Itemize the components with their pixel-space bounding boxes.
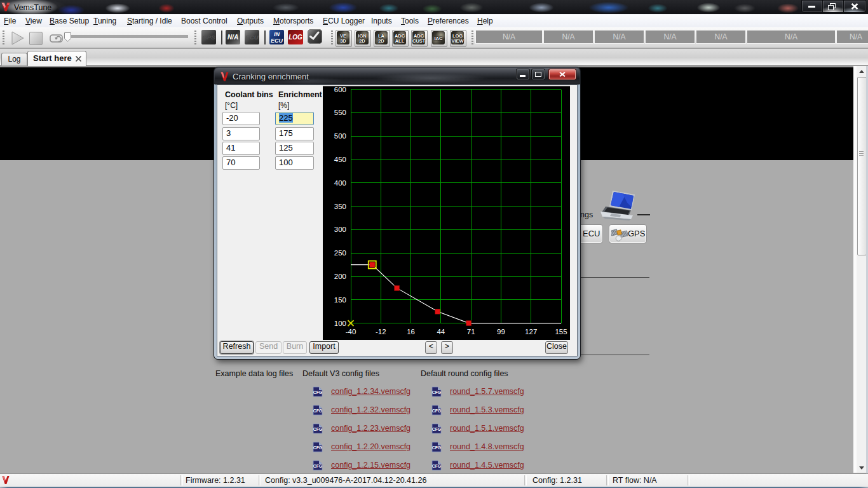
svg-text:600: 600 <box>334 86 346 93</box>
svg-text:127: 127 <box>525 328 537 336</box>
svg-text:44: 44 <box>437 328 445 336</box>
svg-text:CFG: CFG <box>313 409 322 413</box>
svg-text:16: 16 <box>407 328 415 336</box>
svg-text:500: 500 <box>334 132 346 140</box>
svg-text:155: 155 <box>555 328 567 336</box>
svg-text:450: 450 <box>334 156 346 163</box>
svg-text:CFG: CFG <box>432 390 441 395</box>
svg-text:200: 200 <box>334 273 346 280</box>
svg-text:CFG: CFG <box>432 409 441 413</box>
svg-text:250: 250 <box>334 249 346 257</box>
svg-text:CFG: CFG <box>313 464 322 468</box>
svg-text:550: 550 <box>334 109 346 116</box>
svg-text:CFG: CFG <box>432 445 441 450</box>
svg-text:CFG: CFG <box>313 445 322 450</box>
svg-text:350: 350 <box>334 203 346 210</box>
svg-text:-12: -12 <box>376 328 386 336</box>
svg-text:400: 400 <box>334 179 346 187</box>
svg-text:71: 71 <box>467 328 475 336</box>
svg-text:CFG: CFG <box>313 427 322 431</box>
svg-text:99: 99 <box>497 328 505 336</box>
svg-text:300: 300 <box>334 226 346 233</box>
svg-text:150: 150 <box>334 296 346 304</box>
svg-text:-40: -40 <box>346 328 356 336</box>
svg-text:CFG: CFG <box>432 427 441 431</box>
svg-text:100: 100 <box>334 320 346 327</box>
svg-text:CFG: CFG <box>432 464 441 468</box>
svg-text:CFG: CFG <box>313 390 322 395</box>
